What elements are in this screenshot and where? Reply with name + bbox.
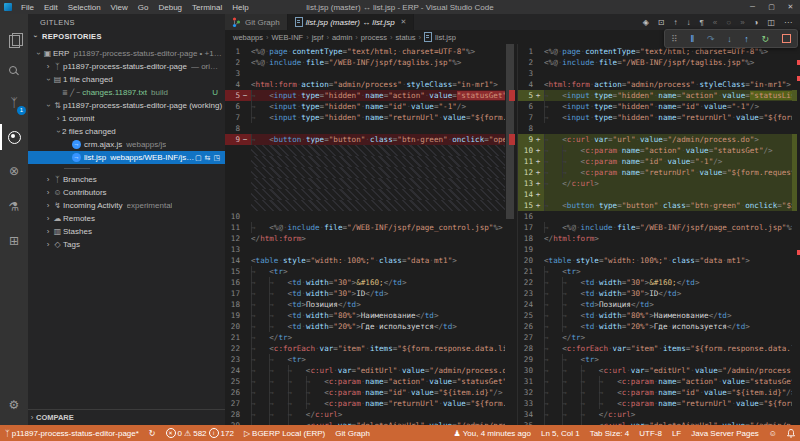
drag-grip-icon[interactable]: ⠿ xyxy=(671,34,678,44)
code-line[interactable]: 27→</tr> xyxy=(518,332,792,343)
tab-list-jsp-diff[interactable]: list.jsp (master) ↔ list.jsp ✕ xyxy=(288,14,415,30)
gitlens-inspect-icon[interactable]: ⊗ xyxy=(0,158,28,184)
branch-status[interactable]: ᛉp11897-process-status-editor-page* xyxy=(0,429,144,438)
tree-item[interactable]: ›☺Contributors xyxy=(28,186,225,199)
tree-item[interactable]: ›↯Incoming Activityexperimental xyxy=(28,199,225,212)
code-line[interactable]: 7→<input·type="hidden"·name="returnUrl"·… xyxy=(518,112,792,123)
previous-change-icon[interactable]: ↑ xyxy=(674,18,678,27)
code-line[interactable]: 12</html:form> xyxy=(225,233,505,244)
code-line[interactable]: 24→→<td>Позиция</td> xyxy=(518,299,792,310)
code-line[interactable]: 2<%@·include·file="/WEB-INF/jspf/taglibs… xyxy=(518,57,792,68)
code-line[interactable]: 33→→→→<c:param·name="returnUrl"·value="$… xyxy=(518,398,792,409)
maximize-button[interactable]: ▢ xyxy=(762,0,781,14)
code-line[interactable]: 34→→→</c:url> xyxy=(518,409,792,420)
code-line[interactable]: 28→<c:forEach·var="item"·items="${form.r… xyxy=(518,343,792,354)
code-line[interactable]: 29→→<tr> xyxy=(518,354,792,365)
whitespace-toggle-icon[interactable]: ¶ xyxy=(700,18,704,27)
tab-git-graph[interactable]: Git Graph xyxy=(225,14,288,30)
tree-item[interactable]: ›2 files changed xyxy=(28,125,225,138)
tree-item[interactable]: ›▣ERPp11897-process-status-editor-page •… xyxy=(28,47,225,60)
menu-selection[interactable]: Selection xyxy=(63,3,106,12)
code-line[interactable]: 7→<input·type="hidden"·name="returnUrl"·… xyxy=(225,112,505,123)
code-line[interactable]: 20→→<td·width="20%">Где·используется</td… xyxy=(225,321,505,332)
tab-size[interactable]: Tab Size: 4 xyxy=(585,429,635,438)
code-line[interactable]: 32→→→→<c:param·name="id"·value="${item.i… xyxy=(518,387,792,398)
code-line[interactable]: 9−→<button·type="button"·class="btn-gree… xyxy=(225,134,505,145)
code-line[interactable]: 25→→→→<c:param·name="action"·value="stat… xyxy=(225,376,505,387)
cursor-position[interactable]: Ln 5, Col 1 xyxy=(536,429,585,438)
code-line[interactable]: 4<html:form·action="admin/process"·style… xyxy=(518,79,792,90)
split-editor-icon[interactable]: ◫ xyxy=(767,18,775,27)
notifications-bell-icon[interactable] xyxy=(782,429,800,438)
sync-status[interactable]: ↻ xyxy=(144,429,161,438)
encoding[interactable]: UTF-8 xyxy=(634,429,667,438)
code-line[interactable]: 22→→<td·width="30">&#160;</td> xyxy=(518,277,792,288)
search-icon[interactable] xyxy=(0,58,28,84)
code-line[interactable]: 4<html:form·action="admin/process"·style… xyxy=(225,79,505,90)
tree-item[interactable]: ›▤1 file changed xyxy=(28,73,225,86)
working-comparison-icon[interactable]: ○ xyxy=(726,18,731,27)
breadcrumb-item[interactable]: jspf xyxy=(312,33,324,42)
compare-section-header[interactable]: › COMPARE xyxy=(28,409,225,425)
open-changes-icon[interactable]: ⇆ xyxy=(205,154,211,162)
code-line[interactable]: 23→→<tr> xyxy=(225,354,505,365)
tree-item[interactable]: ≣╱−changes.11897.txtbuildU xyxy=(28,86,225,99)
code-line[interactable]: 8 xyxy=(225,123,505,134)
close-button[interactable]: ✕ xyxy=(781,0,800,14)
code-line[interactable]: 12+→→<c:param·name="returnUrl"·value="${… xyxy=(518,167,792,178)
menu-edit[interactable]: Edit xyxy=(39,3,63,12)
code-line[interactable]: 6→<input·type="hidden"·name="id"·value="… xyxy=(518,101,792,112)
chevron-right-icon[interactable]: › xyxy=(44,188,52,197)
chevron-right-icon[interactable]: › xyxy=(44,62,52,71)
git-graph-status[interactable]: Git Graph xyxy=(330,429,375,438)
tree-item[interactable]: →list.jspwebapps/WEB-INF/jspf/admin/pr…▢… xyxy=(28,151,225,164)
code-line[interactable]: 3 xyxy=(225,68,505,79)
code-line[interactable]: 6→<input·type="hidden"·name="id"·value="… xyxy=(225,101,505,112)
gitlens-blame[interactable]: ♟You, 4 minutes ago xyxy=(449,429,536,438)
menu-debug[interactable]: Debug xyxy=(153,3,187,12)
breadcrumb-item[interactable]: webapps xyxy=(233,33,263,42)
open-changes-icon[interactable]: ⊡ xyxy=(658,18,665,27)
eol[interactable]: LF xyxy=(667,429,686,438)
toggle-unchanged-icon[interactable]: ◑ xyxy=(754,18,759,27)
code-line[interactable]: 14<table·style="width:·100%;"·class="dat… xyxy=(225,255,505,266)
project-manager-icon[interactable]: ⊞ xyxy=(0,228,28,254)
chevron-right-icon[interactable]: › xyxy=(54,114,62,123)
code-line[interactable]: 9+→<c:url·var="url"·value="/admin/proces… xyxy=(518,134,792,145)
code-line[interactable]: 21→<tr> xyxy=(518,266,792,277)
language-mode[interactable]: Java Server Pages xyxy=(686,429,764,438)
open-external-icon[interactable]: ◳ xyxy=(213,154,220,162)
chevron-right-icon[interactable]: › xyxy=(44,227,52,236)
code-line[interactable]: 17→→<td·width="30">ID</td> xyxy=(225,288,505,299)
tree-item[interactable]: ›1 commit xyxy=(28,112,225,125)
tree-item[interactable]: ›☁Remotes xyxy=(28,212,225,225)
step-into-icon[interactable]: ↓ xyxy=(727,34,732,44)
code-line[interactable]: 27→→→→<c:param·name="returnUrl"·value="$… xyxy=(225,398,505,409)
code-line[interactable]: 11→<%@·include·file="/WEB-INF/jspf/page_… xyxy=(225,222,505,233)
chevron-down-icon[interactable]: › xyxy=(54,128,63,136)
gitlens-icon[interactable] xyxy=(0,124,28,150)
code-line[interactable]: 31→→→→<c:param·name="action"·value="stat… xyxy=(518,376,792,387)
menu-go[interactable]: Go xyxy=(133,3,154,12)
explorer-icon[interactable] xyxy=(0,28,28,54)
breadcrumb-item[interactable]: WEB-INF xyxy=(272,33,304,42)
code-line[interactable]: 10+→→<c:param·name="action"·value="statu… xyxy=(518,145,792,156)
code-line[interactable]: 23→→<td·width="30">ID</td> xyxy=(518,288,792,299)
open-file-icon[interactable]: ▢ xyxy=(195,154,202,162)
restart-icon[interactable]: ↻ xyxy=(761,34,769,44)
tree-item[interactable]: ›ᛉBranches xyxy=(28,173,225,186)
code-line[interactable]: 8 xyxy=(518,123,792,134)
chevron-right-icon[interactable]: › xyxy=(44,201,52,210)
code-line[interactable]: 16 xyxy=(518,211,792,222)
code-line[interactable]: 15+→<button·type="button"·class="btn-gre… xyxy=(518,200,792,211)
breadcrumb-item[interactable]: admin xyxy=(332,33,352,42)
chevron-right-icon[interactable]: › xyxy=(44,240,52,249)
source-control-icon[interactable]: ᛉ1 xyxy=(0,90,28,116)
menu-terminal[interactable]: Terminal xyxy=(187,3,227,12)
code-line[interactable]: 14+ xyxy=(518,189,792,200)
code-line[interactable]: 28→→→</c:url> xyxy=(225,409,505,420)
step-out-icon[interactable]: ↑ xyxy=(744,34,749,44)
code-line[interactable]: 11+→→<c:param·name="id"·value="-1"/> xyxy=(518,156,792,167)
code-line[interactable]: 18→→<td>Позиция</td> xyxy=(225,299,505,310)
prev-comparison-icon[interactable]: « xyxy=(713,18,717,27)
